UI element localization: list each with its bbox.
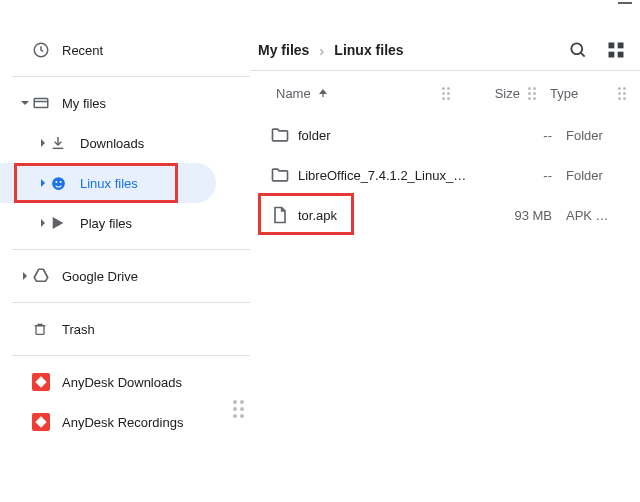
- svg-rect-8: [618, 43, 624, 49]
- breadcrumb-root[interactable]: My files: [258, 42, 309, 58]
- file-list: folder--FolderLibreOffice_7.4.1.2_Linux_…: [250, 115, 640, 235]
- file-size: --: [482, 128, 552, 143]
- sidebar-item-label: AnyDesk Recordings: [62, 415, 183, 430]
- sidebar-item-label: Trash: [62, 322, 95, 337]
- chevron-down-icon: [18, 98, 32, 108]
- sidebar-item-anydesk-recordings[interactable]: AnyDesk Recordings: [0, 402, 250, 442]
- download-icon: [50, 135, 80, 151]
- play-icon: [50, 215, 80, 231]
- sidebar-item-label: Downloads: [80, 136, 144, 151]
- column-resize-icon[interactable]: [618, 87, 626, 100]
- main-panel: My files › Linux files Name: [250, 0, 640, 502]
- sidebar-item-recent[interactable]: Recent: [0, 30, 250, 70]
- column-headers: Name Size Type: [250, 71, 640, 115]
- svg-rect-7: [609, 43, 615, 49]
- trash-icon: [32, 320, 62, 338]
- column-resize-icon[interactable]: [442, 87, 450, 100]
- chevron-right-icon: [36, 218, 50, 228]
- folder-icon: [262, 125, 298, 145]
- folder-icon: [262, 165, 298, 185]
- window-minimize-icon[interactable]: [618, 2, 632, 4]
- file-row[interactable]: folder--Folder: [250, 115, 640, 155]
- my-files-icon: [32, 94, 62, 112]
- sidebar-item-label: Play files: [80, 216, 132, 231]
- sidebar-item-play-files[interactable]: Play files: [0, 203, 250, 243]
- sidebar-item-google-drive[interactable]: Google Drive: [0, 256, 250, 296]
- anydesk-icon: [32, 413, 62, 431]
- file-name: LibreOffice_7.4.1.2_Linux_…: [298, 168, 482, 183]
- file-row[interactable]: LibreOffice_7.4.1.2_Linux_…--Folder: [250, 155, 640, 195]
- file-type: Folder: [552, 168, 626, 183]
- svg-point-4: [60, 181, 62, 183]
- divider: [12, 249, 250, 250]
- svg-point-2: [52, 177, 65, 190]
- sidebar-item-label: Google Drive: [62, 269, 138, 284]
- sidebar-item-label: Linux files: [80, 176, 138, 191]
- file-type: Folder: [552, 128, 626, 143]
- file-icon: [262, 205, 298, 225]
- breadcrumb-current[interactable]: Linux files: [334, 42, 403, 58]
- sort-asc-icon[interactable]: [317, 87, 329, 99]
- divider: [12, 302, 250, 303]
- clock-icon: [32, 41, 62, 59]
- svg-rect-9: [609, 52, 615, 58]
- divider: [12, 355, 250, 356]
- chevron-right-icon: [36, 178, 50, 188]
- column-type-header[interactable]: Type: [536, 86, 610, 101]
- svg-point-3: [55, 181, 57, 183]
- sidebar-item-my-files[interactable]: My files: [0, 83, 250, 123]
- chevron-right-icon: ›: [319, 42, 324, 59]
- chevron-right-icon: [18, 271, 32, 281]
- drive-icon: [32, 267, 62, 285]
- file-row[interactable]: tor.apk93 MBAPK …: [250, 195, 640, 235]
- linux-icon: [50, 175, 80, 192]
- sidebar: Recent My files Downloads: [0, 0, 250, 502]
- chevron-right-icon: [36, 138, 50, 148]
- svg-rect-5: [36, 326, 44, 335]
- file-size: --: [482, 168, 552, 183]
- drag-handle-icon[interactable]: [233, 400, 244, 418]
- file-size: 93 MB: [482, 208, 552, 223]
- svg-rect-11: [322, 92, 323, 97]
- breadcrumb: My files › Linux files: [258, 42, 404, 59]
- file-type: APK …: [552, 208, 626, 223]
- divider: [12, 76, 250, 77]
- sidebar-item-anydesk-downloads[interactable]: AnyDesk Downloads: [0, 362, 250, 402]
- svg-rect-10: [618, 52, 624, 58]
- column-name-header[interactable]: Name: [276, 86, 311, 101]
- grid-view-icon[interactable]: [606, 40, 626, 60]
- column-resize-icon[interactable]: [528, 87, 536, 100]
- svg-rect-1: [34, 99, 48, 108]
- sidebar-item-label: Recent: [62, 43, 103, 58]
- toolbar: My files › Linux files: [250, 30, 640, 70]
- file-name: folder: [298, 128, 482, 143]
- sidebar-item-downloads[interactable]: Downloads: [0, 123, 250, 163]
- file-name: tor.apk: [298, 208, 482, 223]
- column-size-header[interactable]: Size: [450, 86, 520, 101]
- sidebar-item-label: My files: [62, 96, 106, 111]
- sidebar-item-linux-files[interactable]: Linux files: [0, 163, 216, 203]
- sidebar-item-trash[interactable]: Trash: [0, 309, 250, 349]
- sidebar-item-label: AnyDesk Downloads: [62, 375, 182, 390]
- search-icon[interactable]: [568, 40, 588, 60]
- svg-point-6: [571, 43, 582, 54]
- anydesk-icon: [32, 373, 62, 391]
